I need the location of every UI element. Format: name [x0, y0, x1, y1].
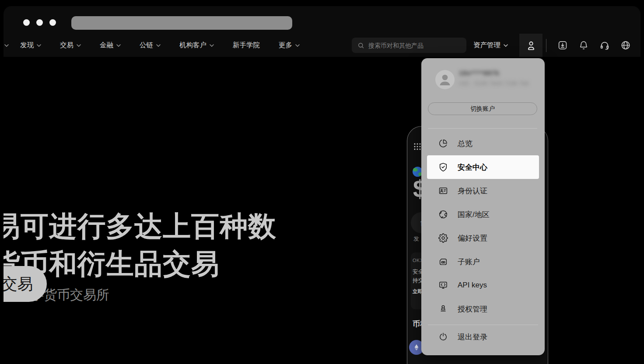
menu-item-label: 授权管理	[458, 304, 487, 314]
traffic-light-icon[interactable]	[23, 19, 30, 26]
nav-divider	[546, 39, 546, 52]
chevron-down-icon	[116, 44, 121, 47]
search-input[interactable]	[368, 42, 456, 49]
account-dropdown: 18e****987k UID：5190 7b43 7196 7b8 切换账户 …	[421, 58, 545, 355]
nav-menu: 发现 交易 金融 公链 机构客户 新手学院 更多	[4, 34, 318, 57]
gear-icon	[438, 233, 448, 243]
send-label: 发	[413, 235, 419, 243]
assets-menu[interactable]: 资产管理	[473, 41, 508, 50]
nav-item-label: 公链	[140, 41, 153, 50]
globe-icon	[438, 210, 448, 219]
chevron-down-icon	[4, 44, 9, 47]
nav-item-label: 更多	[279, 41, 292, 50]
language-button[interactable]	[620, 40, 631, 51]
account-username: 18e****987k	[459, 69, 500, 77]
nav-item-more[interactable]: 更多	[279, 41, 300, 50]
ethereum-icon	[413, 344, 420, 351]
nav-item-label: 机构客户	[179, 41, 206, 50]
api-terminal-icon	[438, 280, 448, 290]
avatar[interactable]	[435, 70, 455, 89]
menu-item-api-keys[interactable]: API keys	[427, 273, 539, 297]
nav-item-label: 新手学院	[233, 41, 260, 50]
menu-item-overview[interactable]: 总览	[427, 132, 539, 155]
account-uid: UID：5190 7b43 7196 7b8	[459, 80, 529, 88]
nav-item-trade[interactable]: 交易	[60, 41, 81, 50]
id-card-icon	[438, 186, 448, 196]
hero-title-line1: 易可进行多达上百种数	[4, 207, 276, 245]
headset-icon	[599, 40, 610, 51]
pie-chart-icon	[438, 139, 448, 148]
menu-item-label: 偏好设置	[458, 233, 487, 243]
menu-item-label: 安全中心	[458, 162, 487, 172]
menu-item-label: 子账户	[458, 257, 480, 267]
nav-item-chain[interactable]: 公链	[140, 41, 161, 50]
globe-icon	[620, 40, 631, 51]
main-navbar: 发现 交易 金融 公链 机构客户 新手学院 更多	[4, 34, 640, 57]
nav-item-academy[interactable]: 新手学院	[233, 41, 260, 50]
switch-account-button[interactable]: 切换账户	[428, 102, 537, 115]
menu-item-authorization[interactable]: 授权管理	[427, 297, 539, 321]
download-icon	[557, 40, 568, 51]
stamp-icon	[438, 304, 448, 314]
nav-item-label: 发现	[20, 41, 34, 50]
nav-actions: 资产管理	[352, 34, 631, 57]
account-button[interactable]	[519, 34, 542, 57]
person-icon	[435, 70, 455, 89]
nav-item-discover[interactable]: 发现	[20, 41, 41, 50]
download-app-button[interactable]	[557, 40, 568, 51]
nav-item-label: 交易	[60, 41, 74, 50]
nav-item-finance[interactable]: 金融	[100, 41, 121, 50]
nav-item-clipped[interactable]	[4, 44, 9, 47]
bell-icon	[578, 40, 589, 51]
menu-item-label: API keys	[458, 281, 487, 290]
menu-item-label: 总览	[458, 139, 472, 149]
power-icon	[438, 332, 448, 342]
notifications-button[interactable]	[578, 40, 589, 51]
menu-item-security-center[interactable]: 安全中心	[427, 155, 539, 179]
menu-item-label: 退出登录	[458, 332, 487, 342]
menu-item-preferences[interactable]: 偏好设置	[427, 226, 539, 250]
menu-item-label: 身份认证	[458, 186, 487, 196]
address-bar[interactable]	[71, 16, 292, 30]
chevron-down-icon	[77, 44, 81, 47]
app-grid-icon[interactable]	[413, 142, 422, 151]
traffic-light-icon[interactable]	[36, 19, 43, 26]
menu-item-subaccounts[interactable]: 子账户	[427, 250, 539, 273]
menu-divider	[428, 128, 537, 129]
menu-item-logout[interactable]: 退出登录	[427, 325, 539, 349]
hero-title: 易可进行多达上百种数 货币和衍生品交易	[4, 207, 276, 283]
chevron-down-icon	[295, 44, 300, 47]
chevron-down-icon	[37, 44, 41, 47]
nav-item-institutional[interactable]: 机构客户	[179, 41, 214, 50]
shield-check-icon	[438, 162, 448, 172]
account-menu-list: 总览 安全中心 身份认证 国家/地区 偏好设置	[421, 132, 545, 349]
search-box[interactable]	[352, 38, 466, 53]
trade-cta-button[interactable]: 交易	[4, 266, 47, 302]
person-icon	[525, 40, 537, 51]
menu-item-identity-verification[interactable]: 身份认证	[427, 179, 539, 203]
chevron-down-icon	[504, 44, 508, 47]
subaccount-card-icon	[438, 257, 448, 266]
support-button[interactable]	[599, 40, 610, 51]
chevron-down-icon	[210, 44, 214, 47]
chevron-down-icon	[156, 44, 161, 47]
traffic-light-icon[interactable]	[49, 19, 56, 26]
menu-item-label: 国家/地区	[458, 210, 490, 220]
nav-item-label: 金融	[100, 41, 113, 50]
assets-label: 资产管理	[473, 41, 500, 50]
search-icon	[357, 42, 365, 49]
menu-item-country-region[interactable]: 国家/地区	[427, 203, 539, 226]
